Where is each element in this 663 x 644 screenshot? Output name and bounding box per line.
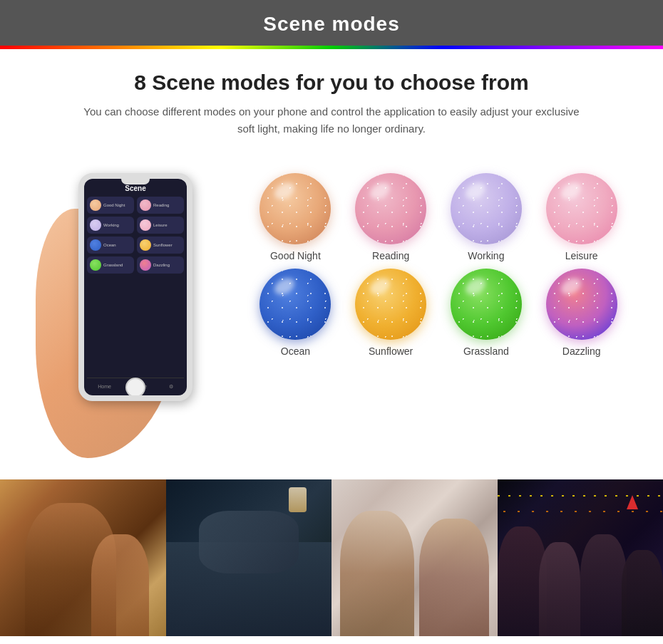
section-title: 8 Scene modes for you to choose from xyxy=(29,71,634,95)
phone-nav-settings[interactable]: ⚙ xyxy=(169,384,173,390)
label-good-night: Good Night xyxy=(270,250,321,261)
phone-label-dazzling: Dazzling xyxy=(153,263,170,267)
phone-label-good-night: Good Night xyxy=(103,203,125,207)
label-dazzling: Dazzling xyxy=(562,346,601,357)
scene-modes-grid: Good Night Reading Working Leisure xyxy=(250,159,627,357)
phone-orb-reading xyxy=(140,199,151,211)
main-content: 8 Scene modes for you to choose from You… xyxy=(0,49,663,472)
orb-ocean xyxy=(259,269,331,340)
scene-item-ocean[interactable]: Ocean xyxy=(250,269,341,357)
scene-item-grassland[interactable]: Grassland xyxy=(441,269,533,357)
sparkle-working xyxy=(451,173,522,244)
phone-label-ocean: Ocean xyxy=(103,243,116,247)
photo-phone-overlay xyxy=(332,479,498,636)
phone-notch xyxy=(121,179,150,185)
orb-sunflower xyxy=(355,269,426,340)
scene-item-sunflower[interactable]: Sunflower xyxy=(345,269,437,357)
phone-item-dazzling[interactable]: Dazzling xyxy=(137,256,184,274)
label-ocean: Ocean xyxy=(281,346,310,357)
phone-item-sunflower[interactable]: Sunflower xyxy=(137,237,184,254)
phone-orb-grassland xyxy=(90,259,101,271)
sparkle-sunflower xyxy=(355,269,426,340)
phone-orb-leisure xyxy=(140,219,151,231)
phone-home-button[interactable] xyxy=(125,378,145,398)
sparkle-leisure xyxy=(546,173,617,244)
phone-item-good-night[interactable]: Good Night xyxy=(87,197,134,214)
label-sunflower: Sunflower xyxy=(369,346,413,357)
sparkle-grassland xyxy=(451,269,522,340)
phone-container: Scene Good Night Reading xyxy=(36,159,235,458)
scene-item-leisure[interactable]: Leisure xyxy=(535,173,627,261)
sparkle-reading xyxy=(355,173,426,244)
label-reading: Reading xyxy=(372,250,409,261)
phone-hand: Scene Good Night Reading xyxy=(36,159,235,458)
phone-label-grassland: Grassland xyxy=(103,263,123,267)
phone-mockup: Scene Good Night Reading xyxy=(78,173,192,401)
orb-reading xyxy=(355,173,426,244)
photo-party xyxy=(498,479,664,636)
photo-reading-overlay xyxy=(0,479,166,636)
sparkle-good-night xyxy=(259,173,331,244)
phone-screen: Scene Good Night Reading xyxy=(84,179,187,395)
scene-item-dazzling[interactable]: Dazzling xyxy=(535,269,627,357)
phone-label-reading: Reading xyxy=(153,203,169,207)
scene-item-working[interactable]: Working xyxy=(441,173,533,261)
phone-orb-dazzling xyxy=(140,259,151,271)
phone-mode-grid: Good Night Reading Working xyxy=(87,197,184,274)
scene-layout: Scene Good Night Reading xyxy=(29,159,634,458)
sparkle-dazzling xyxy=(546,269,617,340)
phone-item-working[interactable]: Working xyxy=(87,217,134,234)
phone-label-working: Working xyxy=(103,223,119,227)
section-subtitle: You can choose different modes on your p… xyxy=(82,103,581,137)
orb-working xyxy=(451,173,522,244)
photo-party-overlay xyxy=(498,479,664,636)
phone-item-leisure[interactable]: Leisure xyxy=(137,217,184,234)
phone-orb-good-night xyxy=(90,199,101,211)
photo-sleeping-overlay xyxy=(166,479,332,636)
scene-item-reading[interactable]: Reading xyxy=(345,173,437,261)
label-grassland: Grassland xyxy=(463,346,509,357)
phone-item-grassland[interactable]: Grassland xyxy=(87,256,134,274)
label-leisure: Leisure xyxy=(565,250,598,261)
photo-sleeping xyxy=(166,479,332,636)
sparkle-ocean xyxy=(259,269,331,340)
photo-phone-use xyxy=(332,479,498,636)
orb-good-night xyxy=(259,173,331,244)
orb-leisure xyxy=(546,173,617,244)
orb-grassland xyxy=(451,269,522,340)
phone-nav-home[interactable]: Home xyxy=(98,384,111,390)
orb-dazzling xyxy=(546,269,617,340)
label-working: Working xyxy=(468,250,504,261)
phone-orb-working xyxy=(90,219,101,231)
phone-screen-title: Scene xyxy=(125,185,145,192)
phone-orb-ocean xyxy=(90,239,101,251)
scene-item-good-night[interactable]: Good Night xyxy=(250,173,341,261)
phone-orb-sunflower xyxy=(140,239,151,251)
phone-label-leisure: Leisure xyxy=(153,223,168,227)
photo-strip xyxy=(0,479,663,636)
page-title: Scene modes xyxy=(0,13,663,36)
phone-item-ocean[interactable]: Ocean xyxy=(87,237,134,254)
phone-item-reading[interactable]: Reading xyxy=(137,197,184,214)
photo-reading xyxy=(0,479,166,636)
page-header: Scene modes xyxy=(0,0,663,46)
phone-label-sunflower: Sunflower xyxy=(153,243,173,247)
